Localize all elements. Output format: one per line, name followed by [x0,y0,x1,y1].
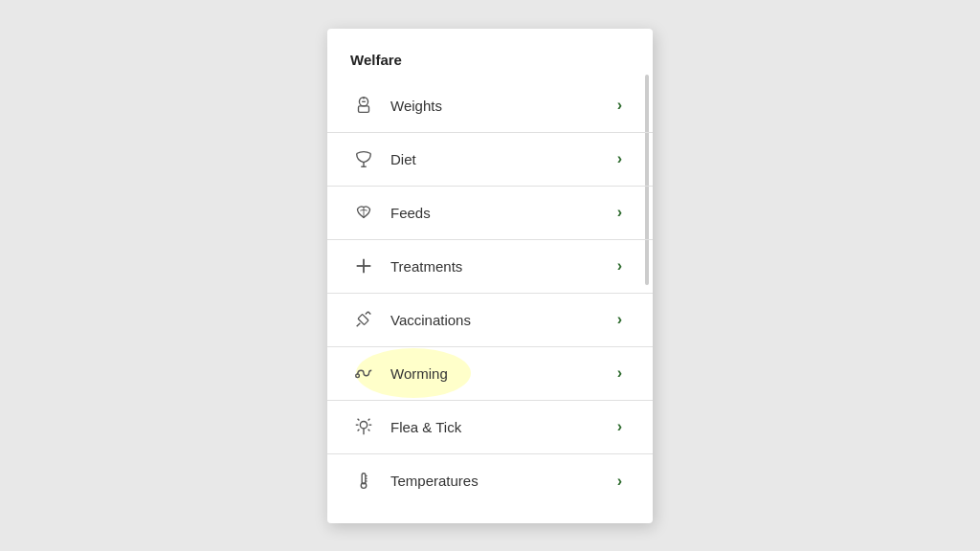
svg-line-16 [368,419,370,421]
chevron-flea-tick: › [617,418,622,435]
chevron-weights: › [617,97,622,114]
feeds-icon [350,199,377,226]
vaccinations-icon [350,306,377,333]
scale-icon [350,92,377,119]
worming-icon [350,360,377,386]
svg-line-20 [368,430,370,431]
menu-label-diet: Diet [390,151,617,167]
menu-label-weights: Weights [390,98,617,114]
svg-point-13 [356,374,360,378]
menu-label-treatments: Treatments [390,258,617,275]
chevron-feeds: › [617,204,622,221]
menu-item-treatments[interactable]: Treatments › [327,240,653,294]
treatments-icon [350,253,377,279]
menu-label-flea-tick: Flea & Tick [390,419,617,435]
menu-label-vaccinations: Vaccinations [390,312,617,328]
menu-item-diet[interactable]: Diet › [327,133,653,187]
chevron-treatments: › [617,257,622,275]
section-title: Welfare [327,52,653,79]
chevron-diet: › [617,150,622,167]
menu-item-flea-tick[interactable]: Flea & Tick › [327,401,653,454]
svg-line-12 [357,323,361,327]
svg-line-9 [368,312,371,315]
svg-line-15 [358,419,360,421]
svg-rect-1 [359,106,369,112]
chevron-vaccinations: › [617,311,622,328]
menu-item-vaccinations[interactable]: Vaccinations › [327,294,653,347]
svg-point-14 [360,422,367,429]
menu-label-feeds: Feeds [390,205,617,221]
menu-label-temperatures: Temperatures [390,473,617,489]
welfare-card: Welfare Weights › Diet › [327,29,653,523]
chevron-worming: › [617,364,622,382]
flea-tick-icon [350,413,377,440]
menu-item-feeds[interactable]: Feeds › [327,187,653,240]
menu-item-weights[interactable]: Weights › [327,79,653,133]
svg-line-19 [358,430,360,431]
svg-rect-22 [362,473,366,483]
svg-line-10 [366,312,368,315]
chevron-temperatures: › [617,473,622,490]
menu-item-temperatures[interactable]: Temperatures › [327,454,653,508]
diet-icon [350,145,377,172]
menu-label-worming: Worming [390,365,617,382]
temperatures-icon [350,468,377,495]
menu-item-worming[interactable]: Worming › [327,347,653,401]
